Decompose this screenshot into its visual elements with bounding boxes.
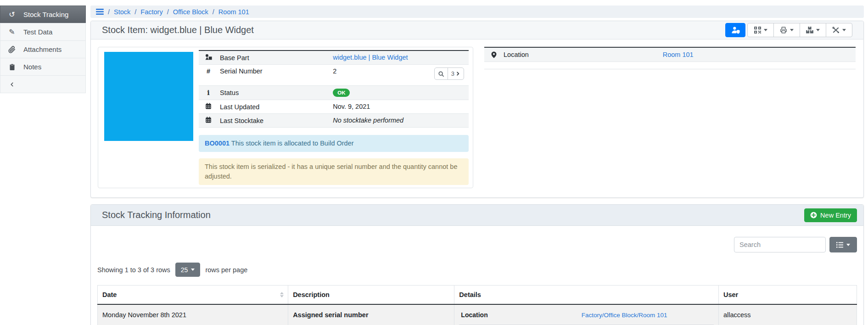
breadcrumb-link-office-block[interactable]: Office Block	[173, 8, 208, 16]
column-label: Date	[102, 291, 117, 298]
detail-label: Last Stocktake	[220, 117, 263, 124]
base-part-row: Base Part widget.blue | Blue Widget	[199, 50, 469, 65]
breadcrumb-separator: /	[213, 8, 214, 16]
chevron-down-icon	[816, 29, 820, 31]
chevron-right-icon	[455, 71, 460, 76]
breadcrumb-link-stock[interactable]: Stock	[114, 8, 130, 16]
sidebar-item-label: Attachments	[23, 45, 62, 53]
paperclip-icon	[7, 46, 17, 53]
history-icon: ↺	[7, 10, 17, 19]
column-header-user: User	[718, 286, 857, 305]
breadcrumb-separator: /	[134, 8, 136, 16]
description-cell: Assigned serial number	[288, 304, 454, 325]
serial-number-value: 2	[333, 67, 336, 75]
table-controls	[91, 226, 863, 252]
boxes-icon	[806, 27, 813, 34]
table-row: Monday November 8th 2021 Assigned serial…	[98, 304, 857, 325]
shapes-icon	[203, 54, 213, 60]
hashtag-icon: #	[203, 67, 213, 75]
tools-icon	[832, 27, 840, 34]
page-size-value: 25	[181, 266, 188, 274]
breadcrumb-link-room-101[interactable]: Room 101	[218, 8, 249, 16]
showing-text: Showing 1 to 3 of 3 rows	[97, 266, 170, 274]
plus-circle-icon	[810, 212, 817, 219]
column-header-date[interactable]: Date	[98, 286, 288, 305]
columns-button[interactable]	[829, 237, 857, 252]
item-actions-button[interactable]	[826, 23, 852, 37]
detail-right-column: Base Part widget.blue | Blue Widget # Se…	[199, 50, 470, 185]
sidebar-item-label: Stock Tracking	[23, 11, 68, 18]
stock-item-panel-body: Base Part widget.blue | Blue Widget # Se…	[91, 39, 863, 197]
serial-number-row: # Serial Number 2	[199, 65, 469, 86]
sidebar-item-test-data[interactable]: ✎ Test Data	[0, 23, 86, 41]
last-updated-row: Last Updated Nov. 9, 2021	[199, 100, 469, 114]
user-shield-icon	[731, 26, 740, 34]
location-empty-row	[484, 62, 856, 69]
sidebar-item-label: Notes	[23, 63, 41, 71]
pencil-icon: ✎	[7, 28, 17, 36]
stock-item-detail-card: Base Part widget.blue | Blue Widget # Se…	[98, 47, 473, 188]
admin-button[interactable]	[725, 23, 745, 37]
thumbnail-wrap	[101, 50, 199, 141]
find-serial-button[interactable]	[435, 68, 448, 79]
breadcrumb: / Stock / Factory / Office Block / Room …	[90, 6, 864, 18]
calendar-icon	[203, 103, 213, 109]
sidebar-item-label: Test Data	[23, 28, 52, 36]
part-thumbnail[interactable]	[104, 52, 193, 141]
barcode-actions-button[interactable]	[747, 23, 774, 37]
stock-item-details-table: Base Part widget.blue | Blue Widget # Se…	[199, 50, 469, 128]
column-header-description: Description	[288, 286, 454, 305]
sidebar-item-attachments[interactable]: Attachments	[0, 40, 86, 58]
qrcode-icon	[754, 27, 761, 34]
chevron-down-icon	[846, 244, 850, 246]
sort-icon	[280, 292, 284, 297]
base-part-link[interactable]: widget.blue | Blue Widget	[333, 54, 408, 61]
next-serial-number: 3	[451, 70, 454, 77]
last-updated-value: Nov. 9, 2021	[333, 103, 370, 110]
location-link[interactable]: Room 101	[663, 51, 694, 58]
status-badge: OK	[333, 89, 350, 97]
entry-user: allaccess	[723, 311, 751, 319]
page-title: Stock Item: widget.blue | Blue Widget	[102, 25, 254, 35]
calendar-icon	[203, 117, 213, 123]
chevron-down-icon	[191, 269, 195, 271]
new-entry-button[interactable]: New Entry	[804, 208, 857, 222]
page-size-button[interactable]: 25	[175, 263, 201, 277]
build-order-alert: BO0001 This stock item is allocated to B…	[199, 135, 469, 152]
last-stocktake-row: Last Stocktake No stocktake performed	[199, 114, 469, 128]
search-icon	[438, 71, 444, 77]
pagination-info: Showing 1 to 3 of 3 rows 25 rows per pag…	[91, 252, 863, 277]
stock-actions-button[interactable]	[800, 23, 826, 37]
chevron-down-icon	[842, 29, 846, 31]
breadcrumb-link-factory[interactable]: Factory	[140, 8, 162, 16]
map-pin-icon	[489, 51, 499, 58]
breadcrumb-separator: /	[108, 8, 110, 16]
info-icon: i	[203, 89, 213, 96]
search-input[interactable]	[734, 237, 826, 252]
rows-per-page-text: rows per page	[205, 266, 247, 274]
details-cell: Location Factory/Office Block/Room 101	[454, 304, 719, 325]
sidebar-item-notes[interactable]: Notes	[0, 58, 86, 76]
stock-tracking-table: Date Description Details User	[97, 285, 857, 325]
build-order-alert-text: This stock item is allocated to Build Or…	[231, 140, 354, 147]
column-label: Details	[459, 291, 481, 298]
serialized-alert-text: This stock item is serialized - it has a…	[205, 163, 457, 180]
sidebar-collapse-button[interactable]	[0, 75, 86, 93]
toolbar-button-group	[747, 23, 852, 37]
print-actions-button[interactable]	[773, 23, 800, 37]
sidebar: ↺ Stock Tracking ✎ Test Data Attachments…	[0, 6, 86, 93]
location-row: Location Room 101	[484, 48, 856, 62]
hamburger-icon[interactable]	[96, 9, 104, 15]
serialized-alert: This stock item is serialized - it has a…	[199, 158, 469, 185]
new-entry-label: New Entry	[820, 212, 851, 219]
entry-location-link[interactable]: Factory/Office Block/Room 101	[582, 312, 667, 319]
breadcrumb-separator: /	[167, 8, 169, 16]
next-serial-button[interactable]: 3	[448, 68, 464, 79]
table-header-row: Date Description Details User	[98, 286, 857, 305]
list-icon	[836, 242, 843, 248]
detail-label: Serial Number	[220, 67, 263, 75]
date-cell: Monday November 8th 2021	[98, 304, 288, 325]
location-column: Location Room 101	[484, 47, 856, 188]
build-order-link[interactable]: BO0001	[205, 140, 230, 147]
sidebar-item-stock-tracking[interactable]: ↺ Stock Tracking	[0, 6, 86, 23]
